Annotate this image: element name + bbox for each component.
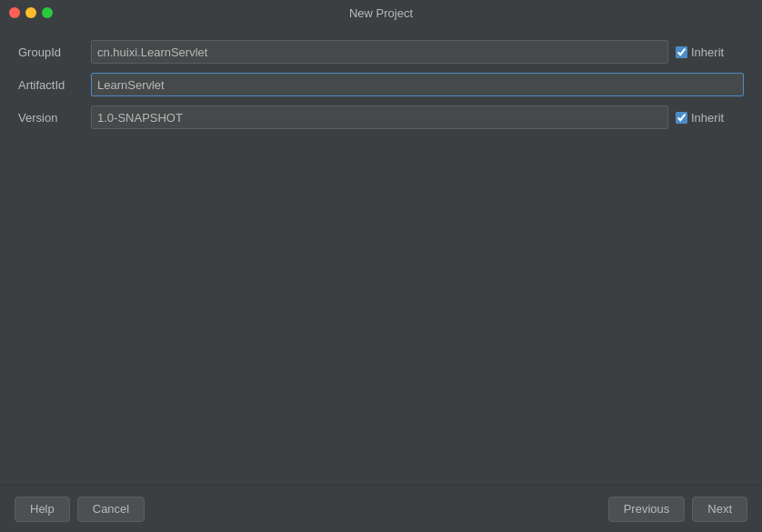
minimize-button[interactable] <box>25 7 36 18</box>
artifactid-row: ArtifactId <box>18 73 744 96</box>
version-inherit-checkbox[interactable] <box>676 112 687 124</box>
window-controls <box>9 7 53 18</box>
title-bar: New Project <box>0 0 762 25</box>
groupid-row: GroupId Inherit <box>18 40 744 64</box>
maximize-button[interactable] <box>42 7 53 18</box>
version-inherit-label: Inherit <box>691 111 724 125</box>
close-button[interactable] <box>9 7 20 18</box>
footer-right: Previous Next <box>608 497 747 522</box>
groupid-input[interactable] <box>91 40 668 64</box>
previous-button[interactable]: Previous <box>608 497 686 522</box>
artifactid-label: ArtifactId <box>18 78 91 92</box>
window-title: New Project <box>349 6 413 20</box>
artifactid-input[interactable] <box>91 73 744 96</box>
footer-left: Help Cancel <box>15 497 145 522</box>
version-inherit-wrapper: Inherit <box>676 111 744 125</box>
groupid-inherit-label: Inherit <box>691 45 724 59</box>
version-label: Version <box>18 111 91 125</box>
version-input[interactable] <box>91 105 668 129</box>
form-content: GroupId Inherit ArtifactId Version Inher… <box>0 25 762 485</box>
groupid-inherit-checkbox[interactable] <box>676 46 687 58</box>
groupid-label: GroupId <box>18 45 91 59</box>
footer: Help Cancel Previous Next <box>0 485 762 532</box>
help-button[interactable]: Help <box>15 497 70 522</box>
groupid-inherit-wrapper: Inherit <box>676 45 744 59</box>
cancel-button[interactable]: Cancel <box>77 497 145 522</box>
version-row: Version Inherit <box>18 105 744 129</box>
next-button[interactable]: Next <box>692 497 747 522</box>
